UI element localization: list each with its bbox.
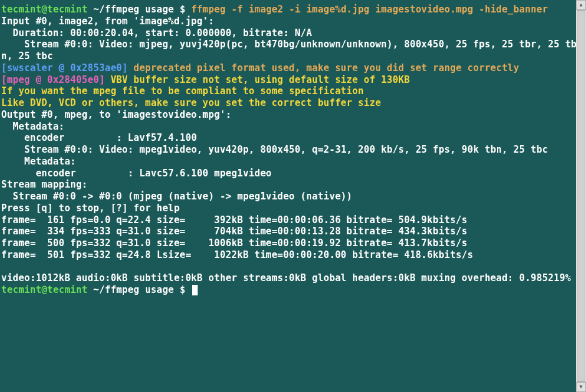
swscaler-msg: deprecated pixel format used, make sure …	[133, 62, 519, 74]
prompt-dollar: $	[180, 4, 191, 15]
frame-line: frame= 334 fps=333 q=31.0 size= 704kB ti…	[1, 226, 468, 237]
output-line: encoder : Lavc57.6.100 mpeg1video	[1, 168, 272, 179]
scrollbar-thumb[interactable]	[577, 10, 585, 382]
summary-line: video:1012kB audio:0kB subtitle:0kB othe…	[1, 272, 571, 284]
mpeg-msg: VBV buffer size not set, using default s…	[110, 74, 410, 85]
prompt-path: ~/ffmpeg usage	[87, 4, 180, 15]
command-text: ffmpeg -f image2 -i image%d.jpg imagesto…	[191, 4, 548, 15]
frame-line: frame= 500 fps=332 q=31.0 size= 1006kB t…	[1, 237, 468, 249]
output-line: Output #0, mpeg, to 'imagestovideo.mpg':	[1, 109, 231, 120]
scroll-up-button[interactable]: ▲	[576, 0, 586, 10]
scrollbar[interactable]: ▲ ▼	[576, 0, 586, 392]
output-line: Metadata:	[1, 121, 65, 132]
prompt-path: ~/ffmpeg usage	[87, 284, 180, 295]
warn-line: Like DVD, VCD or others, make sure you s…	[1, 97, 381, 108]
output-line: Stream #0:0 -> #0:0 (mjpeg (native) -> m…	[1, 191, 352, 202]
frame-line: frame= 161 fps=0.0 q=22.4 size= 392kB ti…	[1, 214, 468, 226]
cursor	[192, 285, 198, 295]
output-line: Input #0, image2, from 'image%d.jpg':	[1, 16, 214, 27]
chevron-up-icon: ▲	[579, 2, 582, 8]
warn-line: If you want the mpeg file to be complian…	[1, 85, 364, 97]
output-line: Metadata:	[1, 156, 76, 167]
scrollbar-track[interactable]	[576, 10, 586, 382]
terminal-output[interactable]: tecmint@tecmint ~/ffmpeg usage $ ffmpeg …	[0, 0, 586, 300]
swscaler-tag: [swscaler @ 0x2853ae0]	[1, 62, 133, 74]
scroll-down-button[interactable]: ▼	[576, 382, 586, 392]
prompt-user: tecmint@tecmint	[1, 284, 87, 295]
output-line: Stream #0:0: Video: mjpeg, yuvj420p(pc, …	[1, 39, 577, 62]
prompt-user: tecmint@tecmint	[1, 4, 87, 15]
output-line: encoder : Lavf57.4.100	[1, 132, 197, 143]
prompt-dollar: $	[180, 284, 191, 295]
output-line: Stream mapping:	[1, 179, 87, 190]
output-line: Press [q] to stop, [?] for help	[1, 203, 180, 214]
chevron-down-icon: ▼	[579, 384, 582, 390]
output-line: Duration: 00:00:20.04, start: 0.000000, …	[1, 27, 312, 39]
output-line: Stream #0:0: Video: mpeg1video, yuv420p,…	[1, 144, 548, 155]
frame-line: frame= 501 fps=332 q=24.8 Lsize= 1022kB …	[1, 249, 473, 261]
mpeg-tag: [mpeg @ 0x28405e0]	[1, 74, 110, 85]
